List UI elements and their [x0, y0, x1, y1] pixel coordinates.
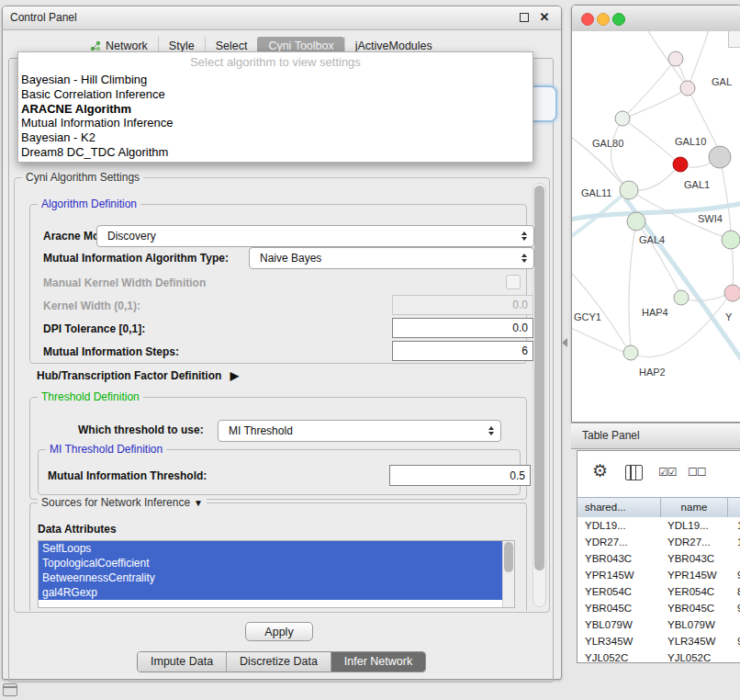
- group-title: Algorithm Definition: [41, 198, 137, 210]
- mi-threshold-field[interactable]: 0.5: [389, 465, 531, 486]
- table-header-row: shared... name: [577, 497, 740, 519]
- table-toolbar: ⚙ ☑☑ ☐☐: [577, 451, 740, 497]
- kernel-width-label: Kernel Width (0,1):: [43, 299, 140, 312]
- kernel-width-field[interactable]: 0.0: [392, 295, 533, 315]
- settings-scrollbar-thumb[interactable]: [534, 186, 544, 570]
- settings-scrollbar[interactable]: [533, 183, 546, 607]
- node[interactable]: [668, 51, 683, 66]
- network-icon: [90, 40, 101, 51]
- hub-tf-section-toggle[interactable]: Hub/Transcription Factor Definition ▶: [37, 369, 239, 382]
- combobox-value: MI Threshold: [229, 424, 293, 437]
- which-threshold-combobox[interactable]: MI Threshold: [218, 420, 501, 442]
- node-gal4[interactable]: [627, 212, 645, 231]
- list-scrollbar-thumb[interactable]: [504, 542, 513, 572]
- node-swi4[interactable]: [722, 231, 740, 249]
- combobox-value: Naive Bayes: [260, 252, 321, 265]
- network-canvas[interactable]: GAL GAL80 GAL10 GAL11 GAL1 SWI4 GAL4 GCY…: [572, 31, 740, 421]
- node-label-swi4[interactable]: SWI4: [698, 213, 723, 224]
- node-gal10[interactable]: [709, 146, 731, 168]
- node[interactable]: [724, 285, 740, 301]
- node-gal80[interactable]: [615, 111, 630, 126]
- node-label-y[interactable]: Y: [725, 311, 732, 322]
- node[interactable]: [680, 81, 695, 96]
- network-scrollbar-corner[interactable]: [728, 31, 740, 48]
- float-window-icon[interactable]: [517, 10, 532, 25]
- mi-steps-label: Mutual Information Steps:: [43, 345, 179, 358]
- node-label-gal1[interactable]: GAL1: [684, 179, 710, 190]
- apply-button[interactable]: Apply: [245, 622, 313, 641]
- algorithm-dropdown-popup: Select algorithm to view settings Bayesi…: [17, 51, 533, 163]
- table-row[interactable]: YER054CYER054C8.: [577, 583, 740, 600]
- table-row[interactable]: YBL079WYBL079W: [577, 616, 740, 633]
- dropdown-item[interactable]: Basic Correlation Inference: [18, 87, 533, 102]
- group-title: Sources for Network Inference: [41, 496, 190, 509]
- table-row[interactable]: YDR27...YDR27...12: [577, 534, 740, 550]
- node-label[interactable]: GAL: [712, 76, 732, 87]
- table-row[interactable]: YJL052CYJL052C: [577, 649, 740, 662]
- tab-discretize-data[interactable]: Discretize Data: [226, 652, 331, 672]
- aracne-mode-combobox[interactable]: Discovery: [96, 225, 534, 247]
- column-header-shared-name[interactable]: shared...: [577, 498, 661, 518]
- column-header-name[interactable]: name: [661, 498, 728, 518]
- dropdown-item[interactable]: Mutual Information Inference: [18, 116, 533, 130]
- tab-infer-network[interactable]: Infer Network: [331, 652, 425, 672]
- window-title: Control Panel: [10, 11, 77, 24]
- list-item[interactable]: TopologicalCoefficient: [39, 556, 503, 570]
- network-window-titlebar[interactable]: [572, 6, 740, 32]
- node-selected-red[interactable]: [673, 157, 688, 172]
- manual-kernel-label: Manual Kernel Width Definition: [43, 277, 206, 289]
- table-panel-window: ⚙ ☑☑ ☐☐ shared... name YDL19...YDL19...1…: [577, 450, 740, 663]
- columns-icon[interactable]: [625, 465, 643, 480]
- panel-splitter-collapse-icon[interactable]: [562, 338, 567, 347]
- collapse-down-icon[interactable]: ▼: [194, 498, 203, 508]
- list-item[interactable]: BetweennessCentrality: [39, 570, 503, 585]
- expand-right-icon[interactable]: ▶: [230, 369, 239, 382]
- close-traffic-icon[interactable]: [581, 13, 594, 26]
- node-hap2[interactable]: [623, 345, 638, 360]
- mi-steps-field[interactable]: 6: [392, 341, 533, 361]
- dpi-tolerance-label: DPI Tolerance [0,1]:: [43, 322, 145, 335]
- deselect-all-columns-icon[interactable]: ☐☐: [688, 466, 706, 479]
- node-label-gal4[interactable]: GAL4: [639, 234, 665, 245]
- node-gal11[interactable]: [620, 181, 638, 199]
- column-header-partial[interactable]: [728, 498, 740, 518]
- dropdown-item[interactable]: Dream8 DC_TDC Algorithm: [18, 145, 533, 160]
- zoom-traffic-icon[interactable]: [612, 13, 625, 26]
- node-label-gal11[interactable]: GAL11: [581, 187, 611, 198]
- settings-gear-icon[interactable]: ⚙: [592, 460, 608, 481]
- table-row[interactable]: YLR345WYLR345W9.: [577, 633, 740, 649]
- node-label-hap4[interactable]: HAP4: [642, 307, 668, 318]
- table-row[interactable]: YBR043CYBR043C: [577, 550, 740, 567]
- node-label-gal10[interactable]: GAL10: [675, 136, 706, 147]
- tab-impute-data[interactable]: Impute Data: [138, 652, 226, 672]
- bottom-tab-group: Impute Data Discretize Data Infer Networ…: [137, 651, 426, 672]
- which-threshold-label: Which threshold to use:: [78, 423, 204, 436]
- dropdown-item-selected[interactable]: ARACNE Algorithm: [18, 102, 533, 117]
- control-panel-titlebar[interactable]: Control Panel ✕: [3, 6, 561, 30]
- node-hap4[interactable]: [674, 290, 689, 305]
- panel-dock-icon[interactable]: [3, 683, 17, 696]
- close-window-icon[interactable]: ✕: [537, 10, 552, 25]
- node-label-gal80[interactable]: GAL80: [592, 138, 623, 149]
- mi-type-combobox[interactable]: Naive Bayes: [249, 247, 534, 269]
- manual-kernel-checkbox[interactable]: [506, 275, 521, 289]
- table-row[interactable]: YDL19...YDL19...13: [577, 517, 740, 534]
- list-scrollbar[interactable]: [502, 541, 514, 607]
- dropdown-prompt: Select algorithm to view settings: [18, 52, 533, 73]
- list-item[interactable]: gal4RGexp: [39, 585, 503, 600]
- table-panel-header[interactable]: Table Panel: [571, 423, 740, 449]
- sources-group: Sources for Network Inference ▼ Data Att…: [29, 502, 527, 611]
- table-row[interactable]: YBR045CYBR045C9.: [577, 600, 740, 616]
- group-title: MI Threshold Definition: [50, 443, 163, 456]
- select-all-columns-icon[interactable]: ☑☑: [658, 466, 677, 479]
- dropdown-item[interactable]: Bayesian - K2: [18, 130, 533, 145]
- dpi-tolerance-field[interactable]: 0.0: [392, 318, 533, 338]
- node-label-gcy1[interactable]: GCY1: [574, 311, 601, 322]
- table-row[interactable]: YPR145WYPR145W9.: [577, 567, 740, 583]
- dropdown-item[interactable]: Bayesian - Hill Climbing: [18, 73, 533, 87]
- minimize-traffic-icon[interactable]: [597, 13, 610, 26]
- data-attributes-list[interactable]: SelfLoops TopologicalCoefficient Between…: [38, 540, 515, 608]
- network-view-window: GAL GAL80 GAL10 GAL11 GAL1 SWI4 GAL4 GCY…: [571, 5, 740, 423]
- node-label-hap2[interactable]: HAP2: [639, 367, 666, 378]
- list-item[interactable]: SelfLoops: [39, 541, 503, 556]
